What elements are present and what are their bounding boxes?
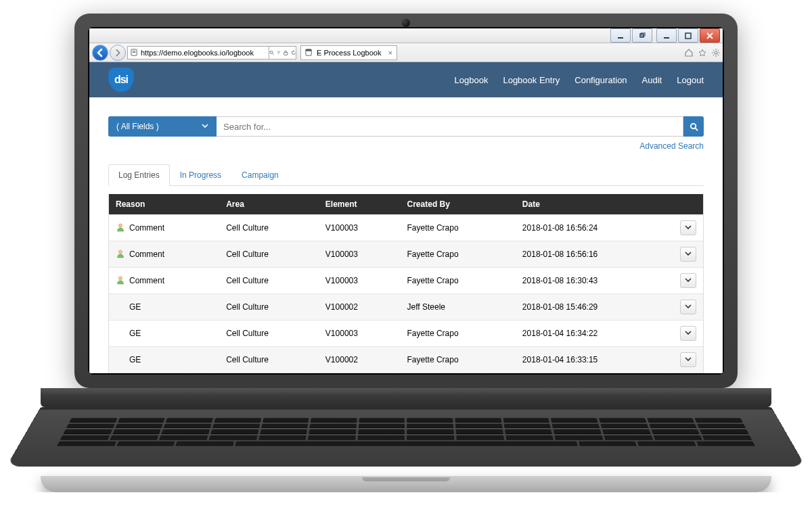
cell-date: 2018-01-04 16:30:06 xyxy=(516,373,673,374)
svg-line-22 xyxy=(718,50,719,51)
cell-created_by: Fayette Crapo xyxy=(401,268,516,294)
nav-item-logbook-entry[interactable]: Logbook Entry xyxy=(503,75,560,85)
search-input[interactable] xyxy=(217,116,683,137)
cell-date: 2018-01-08 16:30:43 xyxy=(516,268,673,294)
svg-rect-0 xyxy=(618,37,623,39)
search-bar: ( All Fields ) xyxy=(108,116,704,137)
cell-date: 2018-01-08 15:46:29 xyxy=(516,294,673,321)
cell-area: Cell Culture xyxy=(219,215,319,241)
svg-rect-3 xyxy=(664,37,669,39)
app-header: dsi LogbookLogbook EntryConfigurationAud… xyxy=(89,62,723,97)
browser-lock-icon xyxy=(284,49,288,56)
laptop-frame: https://demo.elogbooks.io/logbook ▾ E Pr… xyxy=(41,14,771,492)
keyboard xyxy=(7,407,806,467)
column-header[interactable]: Created By xyxy=(401,194,516,215)
table-row[interactable]: GECell CultureV100002Fayette Crapo2018-0… xyxy=(109,347,703,373)
nav-item-logbook[interactable]: Logbook xyxy=(455,75,489,85)
cell-element: V100002 xyxy=(319,347,401,373)
cell-element: V100003 xyxy=(319,241,401,268)
nav-item-configuration[interactable]: Configuration xyxy=(574,75,627,85)
user-comment-icon xyxy=(116,275,125,287)
main-content: ( All Fields ) Advanced Search Log Entri… xyxy=(89,97,723,373)
svg-rect-4 xyxy=(685,33,691,39)
svg-line-20 xyxy=(713,50,714,51)
svg-line-21 xyxy=(718,54,719,55)
chevron-down-icon xyxy=(685,278,692,283)
table-row[interactable]: CommentCell CultureV100002Fayette Crapo2… xyxy=(109,373,703,374)
webcam xyxy=(402,19,410,27)
tab-log-entries[interactable]: Log Entries xyxy=(108,164,170,186)
search-field-select[interactable]: ( All Fields ) xyxy=(108,116,217,137)
content-tabs: Log EntriesIn ProgressCampaign xyxy=(108,164,704,186)
browser-forward-button[interactable] xyxy=(110,45,126,61)
window-titlebar xyxy=(89,28,723,43)
row-expand-button[interactable] xyxy=(680,247,696,262)
table-row[interactable]: GECell CultureV100003Fayette Crapo2018-0… xyxy=(109,321,703,347)
table-row[interactable]: GECell CultureV100002Jeff Steele2018-01-… xyxy=(109,294,703,321)
browser-tools-icon[interactable] xyxy=(712,49,720,57)
row-expand-button[interactable] xyxy=(680,300,696,314)
tab-in-progress[interactable]: In Progress xyxy=(170,164,231,186)
column-header-actions xyxy=(673,194,703,215)
cell-created_by: Jeff Steele xyxy=(401,294,516,321)
reason-text: Comment xyxy=(129,250,164,259)
svg-rect-14 xyxy=(306,49,311,51)
browser-home-icon[interactable] xyxy=(685,49,693,57)
browser-tab[interactable]: E Process Logbook × xyxy=(300,45,397,60)
cell-area: Cell Culture xyxy=(219,321,319,347)
row-expand-button[interactable] xyxy=(680,326,696,341)
nav-item-audit[interactable]: Audit xyxy=(642,75,662,85)
app-logo[interactable]: dsi xyxy=(108,68,134,92)
cell-element: V100003 xyxy=(319,268,401,294)
reason-text: Comment xyxy=(129,223,164,233)
cell-created_by: Fayette Crapo xyxy=(401,321,516,347)
table-row[interactable]: CommentCell CultureV100003Fayette Crapo2… xyxy=(109,215,703,241)
browser-tab-close-icon[interactable]: × xyxy=(388,49,392,57)
search-button[interactable] xyxy=(683,116,704,137)
advanced-search-link[interactable]: Advanced Search xyxy=(639,141,704,151)
chevron-down-icon xyxy=(202,124,208,129)
chevron-down-icon xyxy=(685,331,692,336)
cell-created_by: Fayette Crapo xyxy=(401,373,516,374)
svg-point-10 xyxy=(270,51,273,53)
page-icon xyxy=(305,49,313,56)
column-header[interactable]: Area xyxy=(219,194,319,215)
window-close-button[interactable] xyxy=(700,28,720,43)
column-header[interactable]: Date xyxy=(516,194,673,215)
window-restore-secondary-button[interactable] xyxy=(632,28,652,43)
reason-text: GE xyxy=(129,302,141,312)
browser-refresh-icon[interactable] xyxy=(291,49,296,56)
browser-url-controls: ▾ xyxy=(269,46,296,60)
table-row[interactable]: CommentCell CultureV100003Fayette Crapo2… xyxy=(109,268,703,294)
main-nav: LogbookLogbook EntryConfigurationAuditLo… xyxy=(455,75,704,85)
window-minimize-button[interactable] xyxy=(656,28,677,43)
svg-point-26 xyxy=(118,223,122,227)
browser-back-button[interactable] xyxy=(92,45,108,61)
user-comment-icon xyxy=(116,222,125,234)
column-header[interactable]: Element xyxy=(319,194,401,215)
cell-created_by: Fayette Crapo xyxy=(401,215,516,241)
cell-element: V100002 xyxy=(319,294,401,321)
browser-search-icon[interactable] xyxy=(269,49,274,56)
svg-point-28 xyxy=(118,276,122,279)
cell-element: V100002 xyxy=(319,373,401,374)
nav-item-logout[interactable]: Logout xyxy=(677,75,704,85)
svg-point-27 xyxy=(118,250,122,253)
table-row[interactable]: CommentCell CultureV100003Fayette Crapo2… xyxy=(109,241,703,268)
row-expand-button[interactable] xyxy=(680,352,696,367)
row-expand-button[interactable] xyxy=(680,273,696,288)
window-minimize-secondary-button[interactable] xyxy=(610,28,631,43)
browser-favorites-icon[interactable] xyxy=(698,49,706,57)
chevron-down-icon xyxy=(685,252,692,257)
window-maximize-button[interactable] xyxy=(678,28,698,43)
browser-url-text: https://demo.elogbooks.io/logbook xyxy=(141,49,254,57)
reason-text: GE xyxy=(129,329,141,338)
tab-campaign[interactable]: Campaign xyxy=(231,164,289,186)
laptop-base xyxy=(41,388,771,492)
browser-url-field[interactable]: https://demo.elogbooks.io/logbook xyxy=(127,46,269,60)
row-expand-button[interactable] xyxy=(680,220,696,235)
reason-text: GE xyxy=(129,355,141,364)
cell-date: 2018-01-04 16:33:15 xyxy=(516,347,673,373)
cell-date: 2018-01-04 16:34:22 xyxy=(516,321,673,347)
column-header[interactable]: Reason xyxy=(109,194,219,215)
